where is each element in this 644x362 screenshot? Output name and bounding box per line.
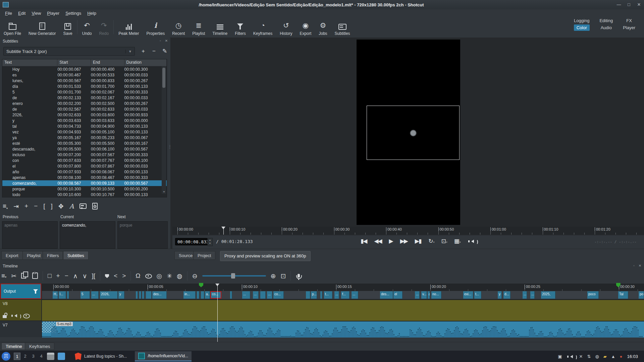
- export-button[interactable]: ◉Export: [296, 18, 315, 37]
- fast-forward-button[interactable]: ▶▶: [398, 237, 410, 246]
- subtitle-clip[interactable]: [142, 291, 144, 299]
- subtitle-editor-italic-button[interactable]: A: [69, 202, 74, 210]
- play-button[interactable]: ▶: [387, 237, 395, 246]
- layout-tab-fx[interactable]: FX: [624, 17, 635, 24]
- subtitle-clip[interactable]: in...: [183, 291, 196, 299]
- subtitle-editor-set-start-button[interactable]: [: [43, 202, 45, 210]
- workspace-3[interactable]: 3: [30, 353, 37, 360]
- position-timecode-field[interactable]: 00:00:08.833: [175, 238, 207, 245]
- timeline-ripple-button[interactable]: ◎: [157, 272, 162, 280]
- close-button[interactable]: ✕: [634, 1, 644, 8]
- timeline-ripple-all-button[interactable]: ✳: [167, 272, 172, 280]
- timeline-cut-button[interactable]: ✂: [11, 272, 16, 280]
- subtitle-row[interactable]: apenas00:00:08.10000:00:08.46700:00:00.3…: [2, 175, 167, 180]
- subtitle-row[interactable]: 500:00:01.70000:00:02.06700:00:00.333: [2, 89, 167, 95]
- tray-input-method-icon[interactable]: ✕: [579, 354, 583, 359]
- subtitle-row[interactable]: comenzando,00:00:08.56700:00:09.13300:00…: [2, 180, 167, 186]
- v7-track-header[interactable]: V7: [0, 321, 41, 337]
- subtitle-clip[interactable]: [136, 291, 138, 299]
- history-button[interactable]: ↺History: [276, 18, 296, 37]
- column-header-duration[interactable]: Duration: [124, 59, 167, 66]
- timeline-append-button[interactable]: □: [48, 272, 51, 280]
- layout-tab-logging[interactable]: Logging: [571, 17, 592, 24]
- mute-track-icon[interactable]: [13, 314, 17, 317]
- subtitle-clip[interactable]: H...: [53, 291, 58, 299]
- edit-subtitle-track-button[interactable]: ✎: [160, 47, 169, 55]
- timeline-add-button[interactable]: +: [56, 272, 60, 280]
- keyframes-button[interactable]: ◔Keyframes: [250, 18, 276, 37]
- properties-button[interactable]: iProperties: [143, 18, 169, 37]
- subtitle-clip[interactable]: ...: [523, 291, 527, 299]
- maximize-button[interactable]: □: [624, 1, 634, 8]
- subtitle-row[interactable]: 2026,00:00:02.63300:00:03.60000:00:00.93…: [2, 112, 167, 118]
- subtitle-clip[interactable]: ...: [267, 291, 272, 299]
- column-header-start[interactable]: Start: [57, 59, 91, 66]
- panel-splitter[interactable]: ⋮: [168, 144, 170, 154]
- subtitle-track-select[interactable]: Subtitle Track 2 (por) ▼: [3, 47, 135, 56]
- subtitle-clip[interactable]: [201, 291, 204, 299]
- menu-view[interactable]: View: [29, 10, 44, 16]
- timeline-paste-button[interactable]: [32, 272, 38, 280]
- menu-settings[interactable]: Settings: [62, 10, 84, 16]
- subtitle-clip[interactable]: [306, 291, 310, 299]
- scroll-down-icon[interactable]: ▼: [163, 190, 165, 193]
- subtitle-editor-set-end-button[interactable]: ]: [51, 202, 53, 210]
- subtitle-editor-remove-button[interactable]: −: [34, 202, 38, 210]
- column-header-text[interactable]: Text: [2, 59, 57, 66]
- subtitle-clip[interactable]: a: [428, 291, 430, 299]
- subtitle-row[interactable]: lunes,00:00:00.56700:00:00.83300:00:00.2…: [2, 78, 167, 83]
- subtitle-clip[interactable]: y: [498, 291, 502, 299]
- lock-track-icon[interactable]: [3, 315, 7, 318]
- workspace-1[interactable]: 1: [14, 353, 20, 360]
- subtitle-clip[interactable]: v...: [421, 291, 427, 299]
- tray-sync-icon[interactable]: ⇅: [587, 354, 591, 359]
- subtitle-clip[interactable]: des...: [380, 291, 393, 299]
- subtitle-clip[interactable]: 2026,: [100, 291, 118, 299]
- rewind-button[interactable]: ◀◀: [372, 237, 383, 246]
- timeline-previous-marker-button[interactable]: <: [114, 272, 117, 280]
- subtitle-row[interactable]: descansado,00:00:05.50000:00:06.10000:00…: [2, 146, 167, 152]
- audio-clip[interactable]: 5-es.mp3: [42, 321, 644, 338]
- subtitle-clip[interactable]: co...: [273, 291, 284, 299]
- subtitle-clip[interactable]: ...: [91, 291, 99, 299]
- subtitle-clip[interactable]: d...: [503, 291, 511, 299]
- open-file-button[interactable]: Open File: [0, 18, 25, 37]
- timeline-zoom-slider[interactable]: [202, 275, 266, 277]
- subtitle-clip[interactable]: [230, 291, 232, 299]
- timeline-tracks-area[interactable]: 00:00:0000:00:0500:00:1000:00:1500:00:20…: [0, 284, 644, 337]
- subtitle-clip[interactable]: ...: [242, 291, 250, 299]
- subtitle-clip[interactable]: exi...: [463, 291, 473, 299]
- subtitle-clip[interactable]: [139, 291, 141, 299]
- tray-volume-icon[interactable]: [567, 354, 575, 359]
- tray-record-icon[interactable]: ●: [620, 354, 623, 359]
- subtitle-row[interactable]: con00:00:07.63300:00:07.76700:00:00.100: [2, 158, 167, 163]
- timeline-record-audio-button[interactable]: [296, 273, 302, 279]
- timeline-overwrite-button[interactable]: ∨: [83, 272, 87, 280]
- tray-shield-icon[interactable]: ▲: [611, 354, 615, 359]
- subtitle-clip[interactable]: ...: [415, 291, 420, 299]
- subtitle-row[interactable]: el00:00:07.80000:00:07.86700:00:00.033: [2, 163, 167, 169]
- timeline-next-marker-button[interactable]: >: [122, 272, 126, 280]
- dock-tab-keyframes[interactable]: Keyframes: [25, 343, 54, 350]
- timeline-zoom-fit-button[interactable]: ⊡: [281, 272, 286, 280]
- layout-tab-player[interactable]: Player: [620, 24, 638, 31]
- float-panel-icon[interactable]: ▫: [158, 39, 163, 43]
- recent-button[interactable]: ◷Recent: [168, 18, 189, 37]
- subtitle-clip[interactable]: [260, 291, 266, 299]
- subtitle-clip[interactable]: ...: [253, 291, 259, 299]
- layout-tab-color[interactable]: Color: [574, 24, 590, 31]
- undo-button[interactable]: ↶Undo: [78, 18, 96, 37]
- subtitle-clip[interactable]: t...: [324, 291, 332, 299]
- menu-file[interactable]: File: [2, 10, 15, 16]
- hide-track-icon[interactable]: [23, 314, 30, 318]
- timeline-ripple-markers-button[interactable]: ◍: [177, 272, 182, 280]
- subtitle-clip[interactable]: ...: [334, 291, 339, 299]
- v8-track-body[interactable]: [42, 300, 644, 321]
- timeline-marker-button[interactable]: [105, 273, 109, 280]
- subtitle-row[interactable]: día00:00:01.53300:00:01.70000:00:00.133: [2, 83, 167, 89]
- subtitle-editor-add-button[interactable]: +: [24, 202, 28, 210]
- subtitle-clip[interactable]: 2025,: [541, 291, 555, 299]
- remove-subtitle-track-button[interactable]: −: [150, 47, 158, 55]
- skip-previous-button[interactable]: ▮◀: [359, 237, 369, 246]
- timeline-button[interactable]: Timeline: [209, 18, 231, 37]
